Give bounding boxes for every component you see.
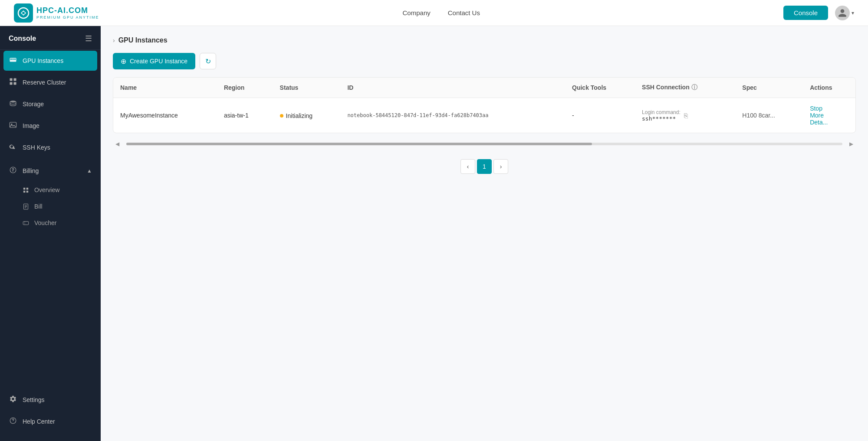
sidebar-item-storage[interactable]: Storage (0, 93, 101, 115)
sidebar-item-label-settings: Settings (23, 396, 45, 403)
sidebar-header: Console ☰ (0, 26, 101, 50)
sidebar-sub-item-voucher[interactable]: Voucher (0, 215, 101, 231)
cell-ssh: Login command: ssh******* ⎘ (635, 98, 735, 133)
instances-table: Name Region Status ID Quick Tools SSH Co… (113, 78, 855, 133)
copy-icon[interactable]: ⎘ (684, 112, 688, 119)
nav-company[interactable]: Company (403, 9, 431, 16)
scroll-right-arrow[interactable]: ▶ (847, 139, 856, 149)
table-row: MyAwesomeInstance asia-tw-1 Initializing… (113, 98, 855, 133)
sidebar-item-gpu-instances[interactable]: GPU Instances (3, 51, 97, 71)
col-region: Region (217, 78, 273, 98)
cell-quick-tools: - (565, 98, 635, 133)
scroll-track (126, 143, 842, 145)
refresh-button[interactable]: ↻ (200, 53, 216, 69)
gpu-icon (9, 56, 17, 65)
spec-label: H100 8car... (742, 112, 775, 119)
status-badge: Initializing (280, 112, 312, 119)
sidebar-item-help-center[interactable]: Help Center (0, 411, 101, 432)
svg-rect-9 (14, 82, 16, 85)
cell-spec: H100 8car... (735, 98, 803, 133)
sidebar-item-image[interactable]: Image (0, 115, 101, 137)
user-avatar-area[interactable]: ▾ (835, 6, 854, 20)
col-id: ID (340, 78, 565, 98)
table-header-row: Name Region Status ID Quick Tools SSH Co… (113, 78, 855, 98)
sidebar-item-settings[interactable]: Settings (0, 389, 101, 411)
console-button[interactable]: Console (783, 6, 828, 20)
pagination-next[interactable]: › (493, 159, 508, 174)
bill-icon (23, 203, 29, 210)
main-content: › GPU Instances ⊕ Create GPU Instance ↻ … (101, 26, 868, 441)
ssh-value: ssh******* (642, 115, 681, 122)
ssh-login-label: Login command: (642, 109, 681, 115)
svg-point-26 (13, 422, 13, 422)
image-icon (9, 121, 17, 131)
col-ssh: SSH Connection ⓘ (635, 78, 735, 98)
instances-table-wrapper: Name Region Status ID Quick Tools SSH Co… (113, 77, 856, 133)
svg-rect-4 (13, 59, 14, 60)
help-icon (9, 417, 17, 426)
sidebar-sub-item-bill[interactable]: Bill (0, 198, 101, 215)
logo-icon (14, 3, 33, 23)
sidebar-menu-icon[interactable]: ☰ (85, 34, 92, 43)
billing-chevron-icon: ▲ (87, 168, 92, 174)
svg-rect-7 (14, 78, 16, 81)
horizontal-scrollbar[interactable]: ◀ ▶ (113, 137, 856, 150)
pagination-page-1[interactable]: 1 (477, 159, 492, 174)
ssh-text-group: Login command: ssh******* (642, 109, 681, 122)
sidebar-item-reserve-cluster[interactable]: Reserve Cluster (0, 72, 101, 93)
chevron-down-icon: ▾ (852, 10, 854, 16)
svg-rect-17 (23, 190, 25, 192)
scroll-left-arrow[interactable]: ◀ (113, 139, 122, 149)
sidebar-item-label-gpu: GPU Instances (23, 57, 63, 64)
svg-text:$: $ (12, 169, 13, 172)
detail-link[interactable]: Deta... (810, 119, 848, 126)
logo-sub-text: PREMIUM GPU ANYTIME (36, 15, 99, 20)
ssh-info-icon[interactable]: ⓘ (691, 84, 697, 91)
pagination-prev[interactable]: ‹ (460, 159, 475, 174)
col-actions: Actions (803, 78, 855, 98)
refresh-icon: ↻ (205, 57, 211, 65)
svg-point-10 (10, 101, 16, 103)
storage-icon (9, 99, 17, 109)
svg-rect-3 (10, 59, 12, 60)
cell-region: asia-tw-1 (217, 98, 273, 133)
more-button[interactable]: More (810, 112, 848, 119)
create-btn-label: Create GPU Instance (130, 58, 187, 65)
pagination: ‹ 1 › (113, 159, 856, 174)
sidebar-group-billing: $ Billing ▲ Overview Bill Voucher (0, 160, 101, 231)
nav-links: Company Contact Us (403, 9, 480, 16)
sidebar-item-label-image: Image (23, 122, 39, 129)
logo-main-text: HPC-AI.COM (36, 6, 99, 15)
sidebar-item-ssh-keys[interactable]: SSH Keys (0, 137, 101, 158)
breadcrumb-current: GPU Instances (118, 36, 168, 44)
sidebar-billing-header[interactable]: $ Billing ▲ (0, 160, 101, 182)
stop-button[interactable]: Stop (810, 105, 822, 112)
sidebar-billing-label: Billing (23, 167, 39, 174)
col-name: Name (113, 78, 217, 98)
breadcrumb-arrow: › (113, 37, 115, 44)
key-icon (9, 143, 17, 152)
nav-contact-us[interactable]: Contact Us (448, 9, 480, 16)
scroll-thumb (126, 143, 592, 145)
col-status: Status (273, 78, 341, 98)
billing-icon: $ (9, 166, 17, 176)
sidebar-sub-item-overview[interactable]: Overview (0, 182, 101, 198)
svg-rect-6 (10, 78, 13, 81)
logo-svg (17, 7, 30, 19)
col-spec: Spec (735, 78, 803, 98)
sidebar-sub-item-label-overview: Overview (34, 186, 59, 193)
create-gpu-instance-button[interactable]: ⊕ Create GPU Instance (113, 53, 195, 69)
sidebar-sub-item-label-voucher: Voucher (34, 219, 56, 226)
nav-right: Console ▾ (783, 6, 854, 20)
sidebar-item-label-storage: Storage (23, 101, 44, 108)
toolbar: ⊕ Create GPU Instance ↻ (113, 53, 856, 69)
svg-rect-23 (23, 221, 29, 225)
sidebar-item-label-help: Help Center (23, 418, 55, 425)
svg-rect-15 (23, 187, 25, 189)
ssh-info: Login command: ssh******* ⎘ (642, 109, 728, 122)
user-icon (838, 8, 847, 18)
svg-rect-8 (10, 82, 13, 85)
sidebar-item-label-ssh: SSH Keys (23, 144, 50, 151)
status-dot-icon (280, 114, 283, 118)
cell-actions: Stop More Deta... (803, 98, 855, 133)
